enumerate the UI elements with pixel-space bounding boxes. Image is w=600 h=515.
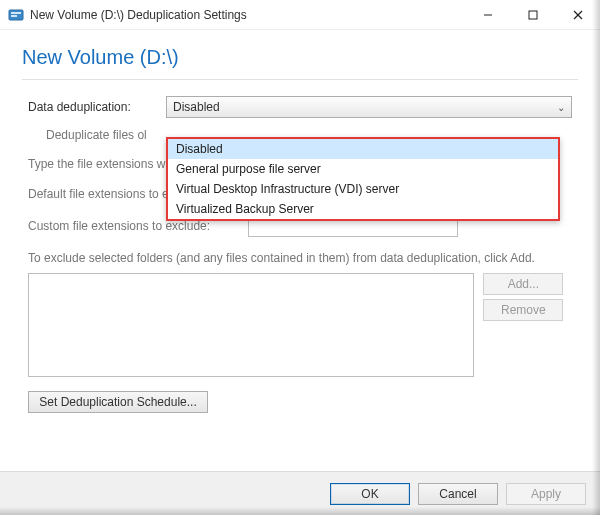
svg-rect-2 [11,15,17,17]
minimize-button[interactable] [465,0,510,30]
remove-folder-button[interactable]: Remove [483,299,563,321]
dedup-select[interactable]: Disabled ⌄ [166,96,572,118]
dedup-option-disabled[interactable]: Disabled [168,139,558,159]
excluded-folders-list[interactable] [28,273,474,377]
page-title: New Volume (D:\) [22,46,578,69]
app-icon [8,7,24,23]
dedup-option-general[interactable]: General purpose file server [168,159,558,179]
add-folder-button[interactable]: Add... [483,273,563,295]
divider [22,79,578,80]
close-button[interactable] [555,0,600,30]
dedup-dropdown-list[interactable]: Disabled General purpose file server Vir… [166,137,560,221]
dialog-footer: OK Cancel Apply [0,471,600,515]
dedup-option-vdi[interactable]: Virtual Desktop Infrastructure (VDI) ser… [168,179,558,199]
set-schedule-button[interactable]: Set Deduplication Schedule... [28,391,208,413]
content-area: New Volume (D:\) Data deduplication: Dis… [0,30,600,427]
exclude-folders-note: To exclude selected folders (and any fil… [28,251,572,265]
ok-button[interactable]: OK [330,483,410,505]
apply-button[interactable]: Apply [506,483,586,505]
cancel-button[interactable]: Cancel [418,483,498,505]
dedup-label: Data deduplication: [28,100,166,114]
svg-rect-4 [529,11,537,19]
chevron-down-icon: ⌄ [557,102,565,113]
window-title: New Volume (D:\) Deduplication Settings [30,8,465,22]
svg-rect-1 [11,12,21,14]
window-controls [465,0,600,29]
dedup-select-value: Disabled [173,100,220,114]
dedup-option-backup[interactable]: Virtualized Backup Server [168,199,558,219]
titlebar: New Volume (D:\) Deduplication Settings [0,0,600,30]
maximize-button[interactable] [510,0,555,30]
